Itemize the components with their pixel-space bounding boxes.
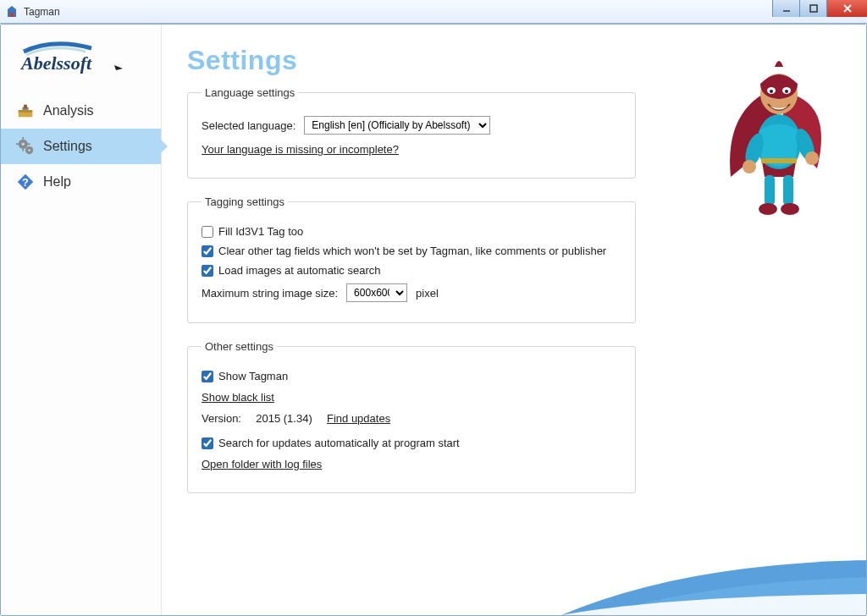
help-icon: ? (16, 173, 35, 191)
show-tagman-label: Show Tagman (218, 370, 288, 382)
toolbox-icon (16, 102, 35, 120)
language-missing-link[interactable]: Your language is missing or incomplete? (202, 143, 399, 156)
show-blacklist-link[interactable]: Show black list (202, 391, 274, 404)
group-language: Language settings Selected language: Eng… (187, 86, 636, 179)
svg-rect-22 (765, 175, 775, 206)
svg-rect-16 (28, 143, 30, 145)
svg-point-25 (781, 203, 799, 215)
svg-rect-15 (16, 143, 19, 145)
svg-text:Abelssoft: Abelssoft (19, 52, 92, 74)
group-legend: Other settings (202, 340, 277, 353)
svg-point-24 (759, 203, 777, 215)
load-images-checkbox[interactable] (202, 265, 213, 277)
svg-rect-13 (22, 137, 24, 140)
svg-point-33 (770, 90, 773, 93)
decorative-swoosh (561, 556, 866, 615)
sidebar-item-label: Settings (43, 139, 92, 154)
group-tagging: Tagging settings Fill Id3V1 Tag too Clea… (187, 195, 636, 323)
max-image-select[interactable]: 600x600 (346, 283, 407, 302)
fill-id3v1-label: Fill Id3V1 Tag too (218, 225, 303, 238)
titlebar: Tagman (0, 0, 867, 24)
group-legend: Language settings (202, 86, 298, 99)
svg-rect-3 (810, 5, 817, 12)
svg-point-12 (21, 142, 25, 146)
sidebar-item-label: Help (43, 174, 71, 190)
version-value: 2015 (1.34) (256, 412, 312, 425)
svg-rect-35 (761, 158, 797, 163)
load-images-label: Load images at automatic search (218, 264, 381, 277)
sidebar-item-settings[interactable]: Settings (1, 129, 161, 164)
clear-other-checkbox[interactable] (202, 245, 213, 257)
svg-rect-10 (24, 105, 27, 109)
brand-logo: Abelssoft (1, 31, 161, 93)
open-logs-link[interactable]: Open folder with log files (202, 458, 322, 470)
sidebar-item-analysis[interactable]: Analysis (1, 93, 161, 129)
svg-rect-1 (10, 13, 14, 17)
maximize-button[interactable] (799, 0, 826, 17)
app-frame: Abelssoft Analysis Settings (0, 24, 867, 616)
svg-rect-23 (783, 175, 793, 206)
sidebar-item-label: Analysis (43, 103, 94, 118)
pixel-label: pixel (416, 287, 439, 300)
svg-point-18 (28, 149, 30, 151)
sidebar-item-help[interactable]: ? Help (1, 164, 161, 200)
show-tagman-checkbox[interactable] (202, 371, 213, 382)
version-label: Version: (202, 412, 241, 425)
group-other: Other settings Show Tagman Show black li… (187, 340, 636, 493)
content-area: Settings Language settings Selected lang… (162, 25, 866, 615)
clear-other-label: Clear other tag fields which won't be se… (218, 245, 606, 257)
minimize-button[interactable] (772, 0, 799, 17)
svg-rect-8 (19, 110, 33, 113)
app-icon (5, 5, 19, 19)
gear-icon (16, 137, 35, 156)
auto-update-checkbox[interactable] (202, 437, 213, 449)
group-legend: Tagging settings (202, 195, 288, 208)
svg-point-28 (743, 160, 756, 173)
window-controls (772, 0, 867, 17)
find-updates-link[interactable]: Find updates (327, 412, 390, 425)
window-title: Tagman (24, 6, 60, 18)
close-button[interactable] (826, 0, 867, 17)
mascot-image (715, 50, 842, 219)
max-image-label: Maximum string image size: (202, 287, 338, 300)
svg-point-29 (805, 151, 819, 165)
svg-rect-14 (22, 149, 24, 151)
sidebar: Abelssoft Analysis Settings (1, 25, 162, 615)
svg-text:?: ? (22, 176, 29, 189)
fill-id3v1-checkbox[interactable] (202, 226, 213, 238)
selected-language-label: Selected language: (202, 119, 295, 132)
auto-update-label: Search for updates automatically at prog… (218, 437, 460, 449)
svg-point-34 (785, 90, 788, 93)
language-select[interactable]: English [en] (Officially by Abelssoft) (304, 116, 490, 135)
